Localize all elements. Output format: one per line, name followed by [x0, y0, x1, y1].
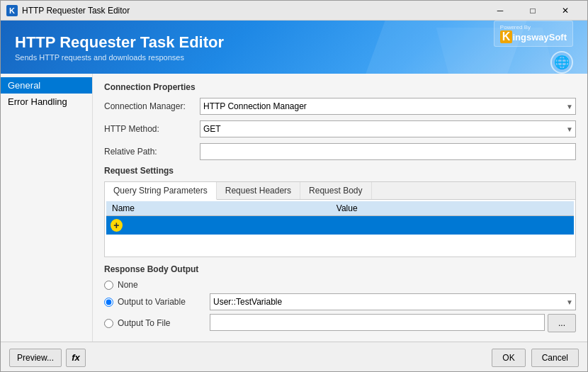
header-subtitle: Sends HTTP requests and downloads respon… [15, 53, 494, 62]
params-table-area: Name Value + [105, 200, 575, 257]
ok-button[interactable]: OK [492, 349, 525, 367]
request-settings-box: Query String Parameters Request Headers … [104, 181, 576, 257]
tab-bar: Query String Parameters Request Headers … [105, 182, 575, 200]
value-cell [331, 216, 574, 235]
minimize-button[interactable]: ─ [484, 1, 516, 21]
response-body-output-section: Response Body Output None Output to Vari… [104, 264, 576, 332]
table-row: + [106, 216, 574, 235]
tab-request-headers[interactable]: Request Headers [217, 182, 300, 199]
col-name-header: Name [106, 201, 331, 216]
params-table: Name Value + [106, 201, 574, 235]
powered-by-label: Powered By [500, 24, 531, 30]
output-to-file-radio[interactable] [104, 319, 113, 328]
value-cell-input[interactable] [334, 218, 571, 232]
connection-manager-select[interactable]: HTTP Connection Manager [200, 98, 576, 115]
tab-request-body[interactable]: Request Body [300, 182, 371, 199]
fx-button[interactable]: fx [66, 349, 86, 367]
header-title: HTTP Requester Task Editor [15, 33, 494, 52]
footer: Preview... fx OK Cancel [1, 342, 587, 372]
http-method-select[interactable]: GET POST PUT DELETE PATCH HEAD OPTIONS [200, 120, 576, 137]
footer-left: Preview... fx [9, 349, 86, 367]
preview-button[interactable]: Preview... [9, 349, 62, 367]
output-to-file-label: Output To File [118, 318, 210, 328]
title-bar: K HTTP Requester Task Editor ─ □ ✕ [1, 1, 587, 21]
browse-button[interactable]: ... [548, 314, 576, 332]
header-logo-area: Powered By K ingswaySoft 🌐 [494, 21, 573, 74]
none-label: None [118, 280, 138, 290]
sidebar: General Error Handling [1, 74, 93, 342]
relative-path-input[interactable] [200, 143, 576, 160]
col-value-header: Value [331, 201, 574, 216]
response-body-output-label: Response Body Output [104, 264, 576, 274]
http-method-label: HTTP Method: [104, 124, 200, 134]
relative-path-label: Relative Path: [104, 147, 200, 157]
main-content: General Error Handling Connection Proper… [1, 74, 587, 342]
none-radio-row: None [104, 280, 576, 290]
tab-query-string[interactable]: Query String Parameters [105, 182, 217, 200]
footer-right: OK Cancel [492, 349, 579, 367]
request-settings-label: Request Settings [104, 166, 576, 176]
output-to-variable-label: Output to Variable [118, 297, 210, 307]
none-radio[interactable] [104, 281, 113, 290]
kingswaysoft-logo: Powered By K ingswaySoft [494, 21, 573, 47]
header-title-area: HTTP Requester Task Editor Sends HTTP re… [15, 33, 494, 62]
variable-select-wrapper: User::TestVariable ▼ [210, 293, 576, 310]
svg-text:K: K [9, 6, 15, 15]
logo-k: K [500, 30, 513, 43]
app-icon: K [6, 5, 18, 16]
output-to-variable-radio[interactable] [104, 298, 113, 307]
name-cell-input[interactable] [127, 218, 328, 232]
sidebar-item-error-handling[interactable]: Error Handling [1, 94, 92, 110]
http-method-row: HTTP Method: GET POST PUT DELETE PATCH H… [104, 120, 576, 137]
connection-manager-row: Connection Manager: HTTP Connection Mana… [104, 98, 576, 115]
relative-path-row: Relative Path: [104, 143, 576, 160]
connection-manager-label: Connection Manager: [104, 101, 200, 111]
file-controls: ... [210, 314, 576, 332]
add-row-button[interactable]: + [111, 219, 123, 232]
header-banner: HTTP Requester Task Editor Sends HTTP re… [1, 21, 587, 74]
variable-select[interactable]: User::TestVariable [210, 293, 576, 310]
maximize-button[interactable]: □ [516, 1, 549, 21]
cancel-button[interactable]: Cancel [531, 349, 579, 367]
globe-icon: 🌐 [550, 51, 573, 74]
output-to-file-row: Output To File ... [104, 314, 576, 332]
window-title: HTTP Requester Task Editor [22, 6, 484, 16]
add-cell: + [106, 216, 331, 235]
right-panel: Connection Properties Connection Manager… [93, 74, 587, 342]
http-method-wrapper: GET POST PUT DELETE PATCH HEAD OPTIONS ▼ [200, 120, 576, 137]
connection-manager-wrapper: HTTP Connection Manager ▼ [200, 98, 576, 115]
close-button[interactable]: ✕ [549, 1, 582, 21]
sidebar-item-general[interactable]: General [1, 77, 92, 94]
file-path-input[interactable] [210, 314, 545, 331]
logo-name: ingswaySoft [512, 32, 567, 43]
window-controls: ─ □ ✕ [484, 1, 582, 21]
output-to-variable-row: Output to Variable User::TestVariable ▼ [104, 293, 576, 310]
connection-properties-label: Connection Properties [104, 82, 576, 92]
